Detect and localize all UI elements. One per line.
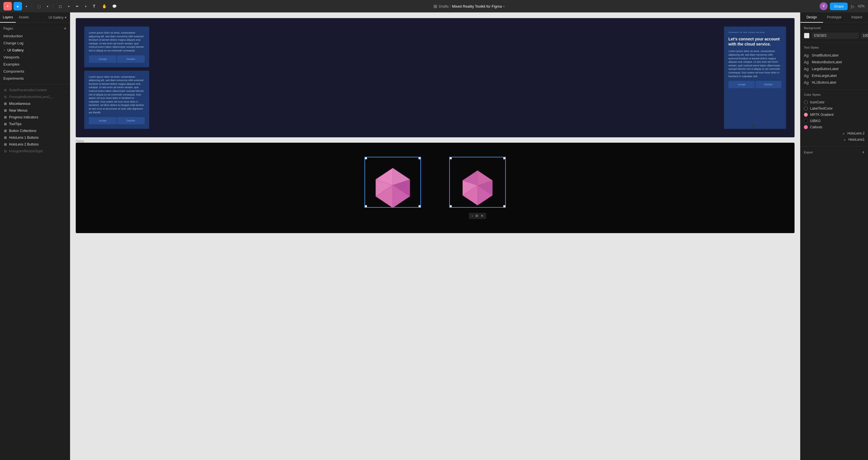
ui-gallery-label[interactable]: UI Gallery ▾ [45,13,70,22]
dialog-large-decline-btn[interactable]: Decline [755,81,781,88]
shape-tool[interactable]: ◻ [56,2,64,10]
dialog-large-accept-btn[interactable]: Accept [728,81,755,88]
page-item-examples[interactable]: Examples [0,61,70,68]
page-item-changelog[interactable]: Change Log [0,39,70,47]
selection-handle-tr-1[interactable] [418,157,421,159]
layer-hololens2-buttons[interactable]: ⊞ HoloLens 2 Buttons [0,141,70,148]
canvas: Lorem ipsum dolor sit amet, consectetuer… [70,12,800,460]
page-item-introduction[interactable]: Introduction [0,32,70,39]
dialog-accept-btn-1[interactable]: Accept [89,55,116,63]
comment-tool[interactable]: 💬 [110,2,119,10]
layer-miscellaneous[interactable]: ⊞ Miscellaneous [0,100,70,107]
frame-tool-dropdown[interactable]: ▾ [45,2,50,10]
dialog-accept-btn-3[interactable]: Accept [89,117,116,124]
cs-name-iconcolor: IconColor [810,100,825,104]
selection-handle-tl-2[interactable] [450,157,452,159]
ag-icon-hl1: Ag [804,80,809,85]
dialog-box-3: Lorem ipsum dolor sit amet, consectetuer… [84,71,149,129]
cs-name-hololens1: HoloLens1 [848,137,865,142]
layer-hololens1-buttons[interactable]: ⊞ HoloLens 1 Buttons [0,134,70,141]
selection-handle-bl-2[interactable] [450,205,452,207]
background-color-swatch[interactable] [804,33,809,38]
layer-hologramResize[interactable]: ⊞ HologramResizeGlyph ⋯ [0,148,70,155]
share-button[interactable]: Share [830,3,848,10]
holo-settings-btn[interactable]: ⚙ [475,214,478,218]
layer-statePlaceholder[interactable]: ⊞ StatePlaceholderContent ⋯ [0,87,70,94]
holo-close-btn[interactable]: ✕ [480,214,484,218]
color-style-mrtk[interactable]: MRTK Gradient [804,112,865,118]
page-item-experiments[interactable]: Experiments [0,75,70,82]
layer-grid-icon-7: ⊞ [3,129,7,133]
layer-progress-indicators[interactable]: ⊞ Progress Indicators [0,114,70,121]
icosahedron-svg-2 [458,168,497,208]
selection-handle-br-2[interactable] [503,205,505,207]
layer-grid-icon-9: ⊞ [3,143,7,146]
export-header: Export + [804,150,865,155]
dialog-decline-btn-1[interactable]: Decline [117,55,145,63]
tab-design[interactable]: Design [801,12,823,23]
active-page-check: ✓ [3,49,6,52]
page-item-uigallery[interactable]: ✓ UI Gallery [0,47,70,54]
dialog-large-subtitle: Connect to the cloud service [728,31,781,34]
dialog-text-1: Lorem ipsum dolor sit amet, consectetuer… [89,31,145,53]
color-style-hololens1[interactable]: ▶ HoloLens1 [804,136,865,143]
page-item-components[interactable]: Components [0,68,70,75]
color-style-hololens2[interactable]: ▶ HoloLens 2 [804,130,865,136]
color-style-uibkg[interactable]: UIBKG [804,118,865,124]
grid-icon: ⊞ [433,4,437,9]
figma-menu-icon[interactable]: ✦ [3,2,12,10]
panel-tabs-row: Layers Assets UI Gallery ▾ [0,12,70,23]
color-style-callouts[interactable]: Callouts [804,124,865,130]
holo-forward-btn[interactable]: › [472,214,473,218]
shape-tool-dropdown[interactable]: ▾ [66,2,71,10]
cs-name-hololens2: HoloLens 2 [847,131,865,135]
text-style-name-small: SmallButtonLabel [812,53,838,57]
dialog-large-heading: Let's connect your account with the clou… [728,36,781,47]
layer-overflow-icon: ⋯ [64,89,66,92]
icosahedron-svg-1 [370,165,415,211]
cs-dot-callouts [804,125,808,129]
background-color-hex[interactable] [812,32,859,39]
layer-grid-icon-6: ⊞ [3,122,7,126]
right-panel: Design Prototype Inspect Background 👁 Te… [800,12,868,460]
tab-layers[interactable]: Layers [0,12,16,23]
layer-tooltips[interactable]: ⊞ ToolTips [0,121,70,127]
canvas-scroll[interactable]: Lorem ipsum dolor sit amet, consectetuer… [70,12,800,460]
page-item-viewports[interactable]: Viewports [0,54,70,61]
tab-assets[interactable]: Assets [16,12,32,23]
dialog-decline-btn-3[interactable]: Decline [117,117,145,124]
frame-tool[interactable]: ⬚ [35,2,43,10]
export-add-button[interactable]: + [862,150,865,155]
tab-inspect[interactable]: Inspect [845,12,868,23]
add-page-button[interactable]: + [64,26,66,31]
tab-prototype[interactable]: Prototype [823,12,846,23]
text-style-extralarge[interactable]: Ag ExtraLargeLabel [804,72,865,79]
move-tool[interactable]: ▸ [13,2,22,10]
pen-tool[interactable]: ✒ [73,2,82,10]
hand-tool[interactable]: ✋ [100,2,108,10]
text-style-large[interactable]: Ag LargeButtonLabel [804,66,865,72]
selection-handle-bl-1[interactable] [365,205,367,207]
selection-handle-br-1[interactable] [418,205,421,207]
layer-button-collections[interactable]: ⊞ Button Collections [0,127,70,134]
background-opacity[interactable] [861,32,868,39]
breadcrumb-current[interactable]: Mixed Reality Toolkit for Figma [452,4,502,8]
ag-icon-extralarge: Ag [804,73,809,78]
selection-handle-tl-1[interactable] [365,157,367,159]
layers-section: ⊞ StatePlaceholderContent ⋯ ⊞ PressableB… [0,85,70,460]
selection-handle-tr-2[interactable] [503,157,505,159]
text-tool[interactable]: T [90,2,98,10]
text-style-small[interactable]: Ag SmallButtonLabel [804,52,865,59]
pen-tool-dropdown[interactable]: ▾ [83,2,88,10]
text-style-medium[interactable]: Ag MediumButtonLabel [804,59,865,66]
background-section: Background 👁 [801,23,868,42]
cs-chevron-hololens2: ▶ [843,132,845,135]
layer-pressableButton[interactable]: ⊞ PressableButtonHoloLens2_... ⋯ [0,94,70,100]
play-icon[interactable]: ▷ [850,3,856,10]
ag-icon-medium: Ag [804,60,809,64]
color-style-labeltextcolor[interactable]: LabelTextColor [804,105,865,112]
move-tool-dropdown[interactable]: ▾ [24,2,29,10]
text-style-hl1[interactable]: Ag HL1ButtonLabel [804,79,865,86]
layer-near-menus[interactable]: ⊞ Near Menus [0,107,70,114]
color-style-iconcolor[interactable]: IconColor [804,99,865,105]
